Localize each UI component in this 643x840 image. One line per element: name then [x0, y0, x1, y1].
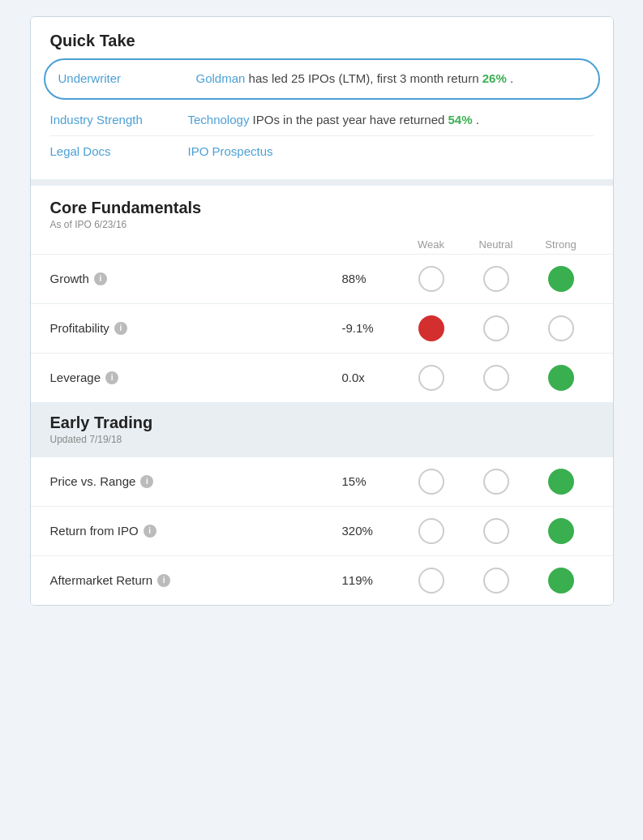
et-subtitle: Updated 7/19/18: [50, 434, 594, 453]
profitability-value: -9.1%: [334, 321, 399, 335]
industry-strength-label: Industry Strength: [50, 111, 188, 126]
underwriter-value: Goldman has led 25 IPOs (LTM), first 3 m…: [196, 70, 585, 88]
underwriter-return: 26%: [482, 71, 507, 85]
profitability-neutral-circle: [483, 315, 509, 341]
growth-neutral-circle: [483, 266, 509, 292]
leverage-info-icon[interactable]: i: [105, 371, 118, 384]
pvr-strong-indicator: [529, 469, 594, 495]
leverage-neutral-circle: [483, 365, 509, 391]
underwriter-period: .: [510, 71, 513, 85]
underwriter-text1: has led 25 IPOs (LTM), first 3 month ret…: [249, 71, 482, 85]
growth-weak-indicator: [399, 266, 464, 292]
underwriter-label: Underwriter: [58, 70, 196, 85]
rfi-neutral-indicator: [464, 518, 529, 544]
main-card: Quick Take Underwriter Goldman has led 2…: [30, 16, 614, 606]
return-from-ipo-value: 320%: [334, 524, 399, 538]
price-vs-range-row: Price vs. Range i 15%: [31, 456, 613, 506]
quick-take-title: Quick Take: [31, 17, 613, 58]
underwriter-highlight: Underwriter Goldman has led 25 IPOs (LTM…: [44, 58, 600, 100]
growth-strong-indicator: [529, 266, 594, 292]
industry-text: IPOs in the past year have returned: [253, 113, 448, 126]
cf-header: Core Fundamentals As of IPO 6/23/16: [31, 186, 613, 232]
growth-value: 88%: [334, 272, 399, 285]
ar-neutral-indicator: [464, 568, 529, 594]
profitability-weak-indicator: [399, 315, 464, 341]
price-vs-range-label: Price vs. Range i: [50, 474, 334, 488]
growth-row: Growth i 88%: [31, 254, 613, 303]
profitability-strong-indicator: [529, 315, 594, 341]
section-divider-1: [31, 179, 613, 186]
leverage-strong-circle: [548, 365, 574, 391]
cf-col-weak: Weak: [399, 238, 464, 251]
growth-neutral-indicator: [464, 266, 529, 292]
aftermarket-return-info-icon[interactable]: i: [157, 574, 170, 587]
ar-weak-indicator: [399, 568, 464, 594]
legal-docs-label: Legal Docs: [50, 143, 188, 158]
price-vs-range-info-icon[interactable]: i: [140, 475, 153, 488]
profitability-row: Profitability i -9.1%: [31, 303, 613, 353]
cf-col-strong: Strong: [529, 238, 594, 251]
leverage-label: Leverage i: [50, 371, 334, 384]
pvr-weak-circle: [418, 469, 444, 495]
aftermarket-return-indicators: [399, 568, 594, 594]
legal-docs-value: IPO Prospectus: [188, 143, 594, 161]
pvr-neutral-circle: [483, 469, 509, 495]
et-rows: Price vs. Range i 15% Return from IPO i …: [31, 456, 613, 605]
profitability-weak-circle: [418, 315, 444, 341]
ar-strong-indicator: [529, 568, 594, 594]
aftermarket-return-row: Aftermarket Return i 119%: [31, 555, 613, 605]
profitability-indicators: [399, 315, 594, 341]
ar-neutral-circle: [483, 568, 509, 594]
price-vs-range-value: 15%: [334, 474, 399, 488]
growth-label: Growth i: [50, 272, 334, 285]
rfi-strong-indicator: [529, 518, 594, 544]
cf-col-neutral: Neutral: [464, 238, 529, 251]
cf-subtitle: As of IPO 6/23/16: [50, 219, 594, 230]
return-from-ipo-row: Return from IPO i 320%: [31, 506, 613, 555]
growth-info-icon[interactable]: i: [94, 272, 107, 285]
industry-strength-value: Technology IPOs in the past year have re…: [188, 111, 594, 130]
leverage-neutral-indicator: [464, 365, 529, 391]
legal-docs-row: Legal Docs IPO Prospectus: [50, 136, 594, 168]
industry-return: 54%: [448, 113, 473, 126]
profitability-neutral-indicator: [464, 315, 529, 341]
aftermarket-return-value: 119%: [334, 573, 399, 587]
return-from-ipo-info-icon[interactable]: i: [144, 525, 156, 538]
profitability-label: Profitability i: [50, 321, 334, 335]
ar-strong-circle: [548, 568, 574, 594]
leverage-value: 0.0x: [334, 371, 399, 384]
industry-strength-row: Industry Strength Technology IPOs in the…: [50, 105, 594, 137]
leverage-strong-indicator: [529, 365, 594, 391]
et-title: Early Trading: [50, 414, 594, 432]
profitability-strong-circle: [548, 315, 574, 341]
pvr-strong-circle: [548, 469, 574, 495]
quick-take-section: Underwriter Goldman has led 25 IPOs (LTM…: [31, 58, 613, 179]
cf-column-headers: Weak Neutral Strong: [31, 232, 613, 254]
rfi-weak-circle: [418, 518, 444, 544]
pvr-weak-indicator: [399, 469, 464, 495]
rfi-weak-indicator: [399, 518, 464, 544]
underwriter-firm: Goldman: [196, 71, 246, 85]
cf-title: Core Fundamentals: [50, 199, 594, 217]
price-vs-range-indicators: [399, 469, 594, 495]
rfi-strong-circle: [548, 518, 574, 544]
underwriter-row: Underwriter Goldman has led 25 IPOs (LTM…: [58, 66, 585, 92]
prospectus-link[interactable]: IPO Prospectus: [188, 144, 273, 158]
industry-type: Technology: [188, 113, 250, 126]
growth-weak-circle: [418, 266, 444, 292]
growth-strong-circle: [548, 266, 574, 292]
leverage-row: Leverage i 0.0x: [31, 353, 613, 402]
rfi-neutral-circle: [483, 518, 509, 544]
leverage-indicators: [399, 365, 594, 391]
leverage-weak-indicator: [399, 365, 464, 391]
industry-period: .: [476, 113, 479, 126]
growth-indicators: [399, 266, 594, 292]
pvr-neutral-indicator: [464, 469, 529, 495]
early-trading-section: Early Trading Updated 7/19/18 Price vs. …: [31, 402, 613, 605]
aftermarket-return-label: Aftermarket Return i: [50, 573, 334, 587]
et-header: Early Trading Updated 7/19/18: [31, 402, 613, 456]
return-from-ipo-label: Return from IPO i: [50, 524, 334, 538]
leverage-weak-circle: [418, 365, 444, 391]
core-fundamentals-section: Core Fundamentals As of IPO 6/23/16 Weak…: [31, 186, 613, 402]
profitability-info-icon[interactable]: i: [114, 322, 127, 335]
